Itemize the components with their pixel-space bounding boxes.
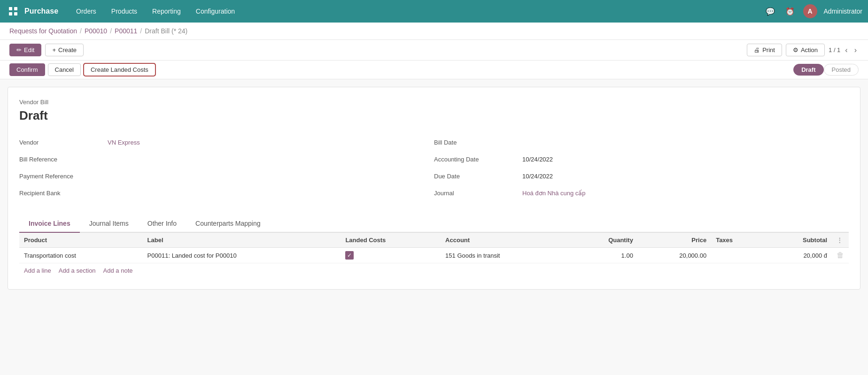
form-right: Bill Date Accounting Date 10/24/2022 Due…: [434, 134, 849, 202]
breadcrumb: Requests for Quotation / P00010 / P00011…: [0, 23, 868, 40]
nav-reporting[interactable]: Reporting: [146, 5, 187, 18]
tab-other-info[interactable]: Other Info: [138, 215, 186, 233]
breadcrumb-sep-2: /: [110, 27, 112, 35]
landed-costs-label: Create Landed Costs: [91, 66, 148, 73]
app-grid-icon[interactable]: [6, 4, 21, 19]
col-landed-costs: Landed Costs: [341, 233, 441, 248]
col-actions: ⋮: [832, 233, 849, 248]
print-button[interactable]: 🖨 Print: [747, 44, 782, 56]
cancel-button[interactable]: Cancel: [48, 63, 81, 76]
vendor-row: Vendor VN Express: [19, 134, 434, 151]
cell-price[interactable]: 20,000.00: [638, 248, 711, 263]
col-subtotal: Subtotal: [764, 233, 832, 248]
top-nav: Purchase Orders Products Reporting Confi…: [0, 0, 868, 23]
prev-page-button[interactable]: ‹: [843, 45, 849, 55]
avatar[interactable]: A: [803, 4, 817, 18]
breadcrumb-p00010[interactable]: P00010: [85, 27, 107, 35]
accounting-date-value[interactable]: 10/24/2022: [519, 154, 849, 165]
svg-rect-0: [9, 7, 12, 10]
nav-configuration[interactable]: Configuration: [189, 5, 241, 18]
bill-date-row: Bill Date: [434, 134, 849, 151]
bill-ref-row: Bill Reference: [19, 151, 434, 168]
due-date-label: Due Date: [434, 171, 519, 182]
next-page-button[interactable]: ›: [852, 45, 859, 55]
svg-rect-2: [9, 12, 12, 15]
edit-button[interactable]: ✏ Edit: [9, 44, 41, 56]
bill-date-label: Bill Date: [434, 137, 519, 148]
nav-products[interactable]: Products: [105, 5, 144, 18]
bill-ref-label: Bill Reference: [19, 154, 104, 165]
nav-orders[interactable]: Orders: [70, 5, 103, 18]
bill-date-value[interactable]: [519, 137, 849, 148]
cancel-label: Cancel: [55, 66, 74, 73]
journal-row: Journal Hoá đơn Nhà cung cấp: [434, 185, 849, 202]
cell-delete[interactable]: 🗑: [832, 248, 849, 263]
recipient-bank-value[interactable]: [104, 188, 434, 199]
print-icon: 🖨: [754, 46, 760, 54]
cell-account[interactable]: 151 Goods in transit: [441, 248, 569, 263]
col-menu-icon[interactable]: ⋮: [837, 237, 843, 244]
action-label: Action: [801, 46, 818, 54]
edit-label: Edit: [24, 46, 34, 54]
invoice-lines-table: Product Label Landed Costs Account Quant…: [19, 233, 849, 278]
status-draft-button[interactable]: Draft: [793, 64, 823, 76]
main-content: Vendor Bill Draft Vendor VN Express Bill…: [8, 87, 860, 290]
page-nav: 1 / 1 ‹ ›: [829, 45, 859, 55]
tab-invoice-lines[interactable]: Invoice Lines: [19, 215, 80, 233]
recipient-bank-label: Recipient Bank: [19, 188, 104, 199]
col-price: Price: [638, 233, 711, 248]
vendor-bill-label: Vendor Bill: [19, 99, 849, 106]
action-status-bar: Confirm Cancel Create Landed Costs Draft…: [0, 61, 868, 79]
add-row: Add a line Add a section Add a note: [19, 263, 849, 278]
journal-value[interactable]: Hoá đơn Nhà cung cấp: [519, 188, 849, 199]
add-note-link[interactable]: Add a note: [103, 267, 133, 274]
toolbar: ✏ Edit + Create 🖨 Print ⚙ Action 1 / 1 ‹…: [0, 40, 868, 61]
bill-ref-value[interactable]: [104, 154, 434, 165]
tabs: Invoice Lines Journal Items Other Info C…: [19, 215, 849, 233]
breadcrumb-current: Draft Bill (* 24): [145, 27, 187, 35]
create-button[interactable]: + Create: [45, 44, 84, 56]
payment-ref-value[interactable]: [104, 171, 434, 182]
edit-pencil-icon: ✏: [16, 46, 22, 54]
due-date-row: Due Date 10/24/2022: [434, 168, 849, 185]
cell-subtotal[interactable]: 20,000 đ: [764, 248, 832, 263]
add-line-link[interactable]: Add a line: [24, 267, 51, 274]
breadcrumb-p00011[interactable]: P00011: [115, 27, 137, 35]
tab-counterparts-mapping[interactable]: Counterparts Mapping: [186, 215, 270, 233]
journal-label: Journal: [434, 188, 519, 199]
chat-icon[interactable]: 💬: [764, 5, 777, 18]
admin-label[interactable]: Administrator: [824, 8, 862, 15]
landed-costs-checkbox[interactable]: [345, 251, 354, 260]
due-date-value[interactable]: 10/24/2022: [519, 171, 849, 182]
status-posted-button[interactable]: Posted: [824, 64, 859, 76]
vendor-label: Vendor: [19, 137, 104, 148]
col-label: Label: [143, 233, 341, 248]
confirm-button[interactable]: Confirm: [9, 63, 45, 76]
table-row: Transportation cost P00011: Landed cost …: [19, 248, 849, 263]
col-taxes: Taxes: [711, 233, 764, 248]
create-label: Create: [58, 46, 77, 54]
add-section-link[interactable]: Add a section: [59, 267, 96, 274]
form-grid: Vendor VN Express Bill Reference Payment…: [19, 134, 849, 202]
cell-product[interactable]: Transportation cost: [19, 248, 143, 263]
cell-taxes[interactable]: [711, 248, 764, 263]
app-name[interactable]: Purchase: [24, 7, 58, 15]
confirm-label: Confirm: [16, 66, 38, 73]
cell-landed-costs[interactable]: [341, 248, 441, 263]
col-account: Account: [441, 233, 569, 248]
plus-icon: +: [52, 46, 56, 54]
breadcrumb-rfq[interactable]: Requests for Quotation: [9, 27, 77, 35]
breadcrumb-sep-3: /: [140, 27, 142, 35]
svg-rect-3: [14, 12, 17, 15]
form-left: Vendor VN Express Bill Reference Payment…: [19, 134, 434, 202]
cell-quantity[interactable]: 1.00: [569, 248, 638, 263]
create-landed-costs-button[interactable]: Create Landed Costs: [84, 63, 155, 76]
col-product: Product: [19, 233, 143, 248]
action-button[interactable]: ⚙ Action: [786, 44, 825, 56]
vendor-value[interactable]: VN Express: [104, 137, 434, 148]
delete-row-icon[interactable]: 🗑: [837, 251, 844, 259]
cell-label[interactable]: P00011: Landed cost for P00010: [143, 248, 341, 263]
tab-journal-items[interactable]: Journal Items: [80, 215, 138, 233]
activity-icon[interactable]: ⏰: [783, 5, 797, 18]
nav-right: 💬 ⏰ A Administrator: [764, 4, 862, 18]
